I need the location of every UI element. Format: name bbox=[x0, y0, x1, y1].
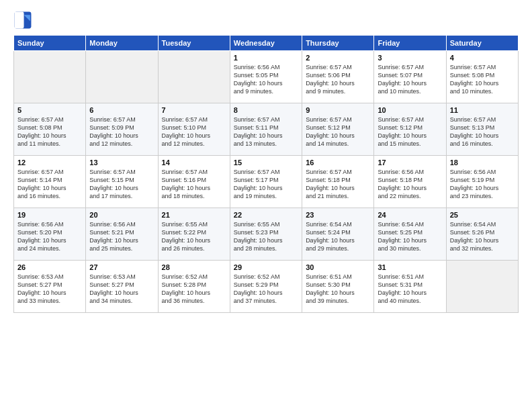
calendar: SundayMondayTuesdayWednesdayThursdayFrid… bbox=[13, 35, 519, 313]
svg-rect-2 bbox=[15, 12, 24, 29]
day-info: Sunrise: 6:57 AM Sunset: 5:10 PM Dayligh… bbox=[162, 116, 226, 148]
day-cell: 17Sunrise: 6:56 AM Sunset: 5:18 PM Dayli… bbox=[374, 156, 446, 208]
day-info: Sunrise: 6:57 AM Sunset: 5:15 PM Dayligh… bbox=[89, 168, 154, 201]
day-number: 7 bbox=[162, 106, 226, 114]
day-number: 23 bbox=[306, 211, 370, 219]
day-cell: 26Sunrise: 6:53 AM Sunset: 5:27 PM Dayli… bbox=[14, 261, 86, 313]
day-info: Sunrise: 6:57 AM Sunset: 5:18 PM Dayligh… bbox=[306, 168, 370, 201]
day-number: 10 bbox=[378, 106, 442, 114]
day-cell: 9Sunrise: 6:57 AM Sunset: 5:12 PM Daylig… bbox=[302, 103, 374, 156]
day-number: 21 bbox=[162, 211, 226, 219]
day-number: 22 bbox=[234, 211, 298, 219]
day-number: 27 bbox=[89, 263, 154, 271]
day-number: 14 bbox=[162, 158, 226, 167]
day-cell: 10Sunrise: 6:57 AM Sunset: 5:12 PM Dayli… bbox=[374, 103, 446, 156]
week-row-5: 26Sunrise: 6:53 AM Sunset: 5:27 PM Dayli… bbox=[14, 261, 519, 313]
day-info: Sunrise: 6:56 AM Sunset: 5:21 PM Dayligh… bbox=[89, 220, 154, 253]
weekday-header-friday: Friday bbox=[374, 36, 446, 51]
weekday-header-sunday: Sunday bbox=[14, 36, 86, 51]
header bbox=[13, 11, 519, 30]
day-cell: 30Sunrise: 6:51 AM Sunset: 5:30 PM Dayli… bbox=[302, 261, 374, 313]
day-info: Sunrise: 6:54 AM Sunset: 5:25 PM Dayligh… bbox=[378, 220, 442, 253]
day-info: Sunrise: 6:57 AM Sunset: 5:12 PM Dayligh… bbox=[378, 116, 442, 148]
day-cell: 8Sunrise: 6:57 AM Sunset: 5:11 PM Daylig… bbox=[230, 103, 302, 156]
day-info: Sunrise: 6:57 AM Sunset: 5:16 PM Dayligh… bbox=[162, 168, 226, 201]
page: SundayMondayTuesdayWednesdayThursdayFrid… bbox=[0, 0, 532, 411]
day-cell: 12Sunrise: 6:57 AM Sunset: 5:14 PM Dayli… bbox=[14, 156, 86, 208]
day-cell: 19Sunrise: 6:56 AM Sunset: 5:20 PM Dayli… bbox=[14, 208, 86, 261]
day-cell: 23Sunrise: 6:54 AM Sunset: 5:24 PM Dayli… bbox=[302, 208, 374, 261]
day-number: 3 bbox=[378, 54, 442, 62]
day-info: Sunrise: 6:56 AM Sunset: 5:19 PM Dayligh… bbox=[450, 168, 515, 201]
weekday-header-row: SundayMondayTuesdayWednesdayThursdayFrid… bbox=[14, 36, 519, 51]
day-number: 25 bbox=[450, 211, 515, 219]
day-info: Sunrise: 6:51 AM Sunset: 5:31 PM Dayligh… bbox=[378, 273, 442, 306]
day-cell: 28Sunrise: 6:52 AM Sunset: 5:28 PM Dayli… bbox=[158, 261, 230, 313]
day-cell: 3Sunrise: 6:57 AM Sunset: 5:07 PM Daylig… bbox=[374, 51, 446, 103]
day-number: 19 bbox=[17, 211, 82, 219]
day-number: 26 bbox=[17, 263, 82, 271]
weekday-header-wednesday: Wednesday bbox=[230, 36, 302, 51]
day-info: Sunrise: 6:57 AM Sunset: 5:14 PM Dayligh… bbox=[17, 168, 82, 201]
day-cell: 31Sunrise: 6:51 AM Sunset: 5:31 PM Dayli… bbox=[374, 261, 446, 313]
day-info: Sunrise: 6:57 AM Sunset: 5:06 PM Dayligh… bbox=[306, 63, 370, 96]
day-cell: 15Sunrise: 6:57 AM Sunset: 5:17 PM Dayli… bbox=[230, 156, 302, 208]
week-row-2: 5Sunrise: 6:57 AM Sunset: 5:08 PM Daylig… bbox=[14, 103, 519, 156]
day-number: 5 bbox=[17, 106, 82, 114]
day-cell: 13Sunrise: 6:57 AM Sunset: 5:15 PM Dayli… bbox=[86, 156, 158, 208]
day-number: 13 bbox=[89, 158, 154, 167]
day-number: 17 bbox=[378, 158, 442, 167]
day-cell: 4Sunrise: 6:57 AM Sunset: 5:08 PM Daylig… bbox=[446, 51, 518, 103]
day-info: Sunrise: 6:51 AM Sunset: 5:30 PM Dayligh… bbox=[306, 273, 370, 306]
day-cell bbox=[158, 51, 230, 103]
day-number: 6 bbox=[89, 106, 154, 114]
day-info: Sunrise: 6:57 AM Sunset: 5:08 PM Dayligh… bbox=[17, 116, 82, 148]
day-info: Sunrise: 6:57 AM Sunset: 5:09 PM Dayligh… bbox=[89, 116, 154, 148]
day-number: 9 bbox=[306, 106, 370, 114]
day-info: Sunrise: 6:56 AM Sunset: 5:05 PM Dayligh… bbox=[234, 63, 298, 96]
week-row-3: 12Sunrise: 6:57 AM Sunset: 5:14 PM Dayli… bbox=[14, 156, 519, 208]
day-cell: 27Sunrise: 6:53 AM Sunset: 5:27 PM Dayli… bbox=[86, 261, 158, 313]
day-number: 20 bbox=[89, 211, 154, 219]
day-info: Sunrise: 6:56 AM Sunset: 5:20 PM Dayligh… bbox=[17, 220, 82, 253]
day-number: 2 bbox=[306, 54, 370, 62]
day-info: Sunrise: 6:57 AM Sunset: 5:11 PM Dayligh… bbox=[234, 116, 298, 148]
day-cell: 24Sunrise: 6:54 AM Sunset: 5:25 PM Dayli… bbox=[374, 208, 446, 261]
day-info: Sunrise: 6:54 AM Sunset: 5:24 PM Dayligh… bbox=[306, 220, 370, 253]
day-number: 11 bbox=[450, 106, 515, 114]
day-info: Sunrise: 6:53 AM Sunset: 5:27 PM Dayligh… bbox=[17, 273, 82, 306]
day-info: Sunrise: 6:57 AM Sunset: 5:12 PM Dayligh… bbox=[306, 116, 370, 148]
day-number: 12 bbox=[17, 158, 82, 167]
week-row-4: 19Sunrise: 6:56 AM Sunset: 5:20 PM Dayli… bbox=[14, 208, 519, 261]
day-info: Sunrise: 6:52 AM Sunset: 5:29 PM Dayligh… bbox=[234, 273, 298, 306]
day-cell: 14Sunrise: 6:57 AM Sunset: 5:16 PM Dayli… bbox=[158, 156, 230, 208]
day-cell: 7Sunrise: 6:57 AM Sunset: 5:10 PM Daylig… bbox=[158, 103, 230, 156]
day-info: Sunrise: 6:53 AM Sunset: 5:27 PM Dayligh… bbox=[89, 273, 154, 306]
weekday-header-thursday: Thursday bbox=[302, 36, 374, 51]
day-cell: 11Sunrise: 6:57 AM Sunset: 5:13 PM Dayli… bbox=[446, 103, 518, 156]
day-number: 30 bbox=[306, 263, 370, 271]
day-info: Sunrise: 6:57 AM Sunset: 5:07 PM Dayligh… bbox=[378, 63, 442, 96]
day-number: 24 bbox=[378, 211, 442, 219]
day-number: 29 bbox=[234, 263, 298, 271]
weekday-header-tuesday: Tuesday bbox=[158, 36, 230, 51]
day-cell: 18Sunrise: 6:56 AM Sunset: 5:19 PM Dayli… bbox=[446, 156, 518, 208]
day-cell: 25Sunrise: 6:54 AM Sunset: 5:26 PM Dayli… bbox=[446, 208, 518, 261]
day-number: 18 bbox=[450, 158, 515, 167]
day-cell: 6Sunrise: 6:57 AM Sunset: 5:09 PM Daylig… bbox=[86, 103, 158, 156]
day-number: 28 bbox=[162, 263, 226, 271]
day-info: Sunrise: 6:57 AM Sunset: 5:17 PM Dayligh… bbox=[234, 168, 298, 201]
day-cell bbox=[14, 51, 86, 103]
day-cell: 20Sunrise: 6:56 AM Sunset: 5:21 PM Dayli… bbox=[86, 208, 158, 261]
day-info: Sunrise: 6:54 AM Sunset: 5:26 PM Dayligh… bbox=[450, 220, 515, 253]
logo-icon bbox=[13, 11, 32, 30]
day-number: 1 bbox=[234, 54, 298, 62]
day-cell bbox=[86, 51, 158, 103]
day-info: Sunrise: 6:57 AM Sunset: 5:13 PM Dayligh… bbox=[450, 116, 515, 148]
day-number: 4 bbox=[450, 54, 515, 62]
day-number: 15 bbox=[234, 158, 298, 167]
day-cell: 1Sunrise: 6:56 AM Sunset: 5:05 PM Daylig… bbox=[230, 51, 302, 103]
day-info: Sunrise: 6:52 AM Sunset: 5:28 PM Dayligh… bbox=[162, 273, 226, 306]
day-cell bbox=[446, 261, 518, 313]
day-number: 31 bbox=[378, 263, 442, 271]
